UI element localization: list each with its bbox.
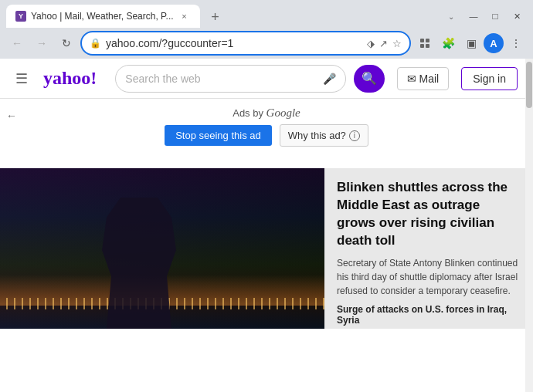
yahoo-logo: yahoo! [43,68,97,89]
maximize-button[interactable] [485,6,505,26]
back-button[interactable]: ← [6,32,28,54]
mail-icon: ✉ [407,73,416,85]
news-related-link[interactable]: Surge of attacks on U.S. forces in Iraq,… [337,304,521,326]
close-icon [514,11,521,22]
why-this-ad-button[interactable]: Why this ad? i [280,124,368,147]
svg-rect-3 [426,44,429,48]
svg-rect-0 [420,39,424,42]
minimize-icon [470,11,478,22]
lock-icon: 🔒 [90,38,101,49]
hamburger-menu-icon[interactable]: ☰ [15,70,28,87]
maximize-icon [492,11,497,22]
close-button[interactable] [507,6,527,26]
signin-button[interactable]: Sign in [461,67,518,90]
svg-rect-1 [426,39,429,42]
google-brand-label: Google [266,106,300,119]
tab-close-button[interactable]: × [178,10,191,22]
svg-rect-2 [420,44,424,48]
tab-favicon: Y [15,11,26,22]
search-icon: 🔍 [362,71,377,86]
address-bar[interactable]: 🔒 yahoo.com/?guccounter=1 ⬗ ↗ ☆ [80,31,411,56]
url-text: yahoo.com/?guccounter=1 [106,37,362,49]
menu-button[interactable]: ⋮ [505,32,527,54]
ad-buttons-row: Stop seeing this ad Why this ad? i [165,124,368,147]
share-icon[interactable]: ↗ [379,38,388,49]
forward-button[interactable]: → [31,32,53,54]
news-text-panel: Blinken shuttles across the Middle East … [324,168,533,329]
info-icon: i [349,130,360,141]
search-button[interactable]: 🔍 [354,65,385,93]
yahoo-search-bar[interactable]: Search the web 🎤 [115,65,345,93]
scrollbar-thumb[interactable] [526,62,532,108]
stop-seeing-ad-button[interactable]: Stop seeing this ad [165,125,272,146]
yahoo-header: ☰ yahoo! Search the web 🎤 🔍 ✉ Mail Sign … [0,59,533,99]
news-headline[interactable]: Blinken shuttles across the Middle East … [337,179,521,250]
new-tab-button[interactable]: + [205,6,226,28]
search-placeholder: Search the web [125,73,316,85]
puzzle-icon[interactable]: 🧩 [437,32,459,54]
scrollbar-track[interactable] [525,59,533,392]
mail-button[interactable]: ✉ Mail [397,67,450,90]
back-arrow-button[interactable]: ← [6,110,17,122]
ads-by-google-label: Ads by Google [233,106,300,120]
bookmark-icon[interactable]: ☆ [392,38,402,49]
tab-strip-chevron-icon: ⌄ [448,12,454,21]
extensions-icon[interactable] [414,32,436,54]
tab-title: Yahoo | Mail, Weather, Search, P... [31,11,174,22]
browser-tab[interactable]: Y Yahoo | Mail, Weather, Search, P... × [6,5,200,28]
news-image [0,168,324,329]
news-area: Blinken shuttles across the Middle East … [0,168,533,329]
minimize-button[interactable] [463,6,484,26]
screen-cast-icon[interactable]: ⬗ [367,38,375,49]
news-summary: Secretary of State Antony Blinken contin… [337,256,521,298]
ad-area: ← Ads by Google Stop seeing this ad Why … [0,99,533,168]
sidebar-toggle-icon[interactable]: ▣ [460,32,482,54]
profile-button[interactable]: A [484,33,504,53]
reload-button[interactable]: ↻ [56,32,77,54]
microphone-icon[interactable]: 🎤 [323,73,336,85]
